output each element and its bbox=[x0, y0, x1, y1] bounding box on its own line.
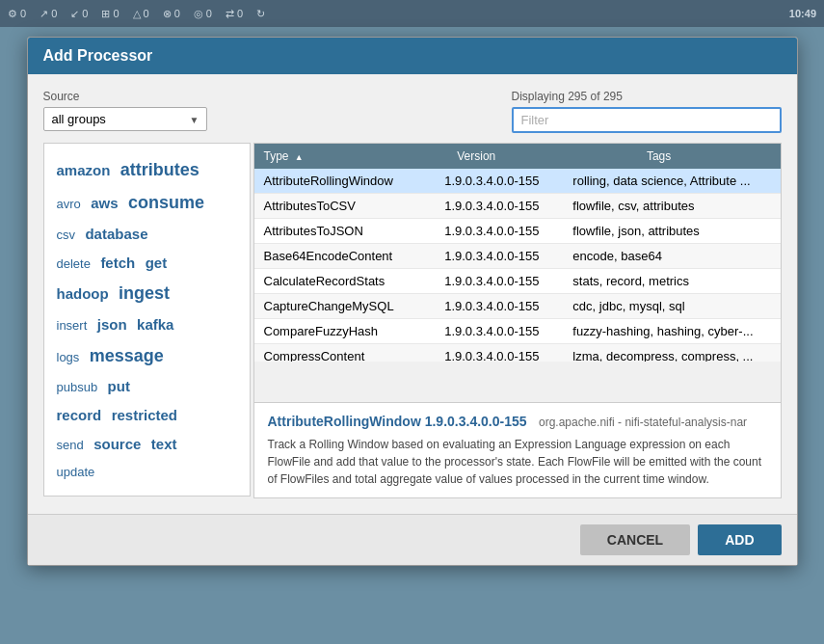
table-row[interactable]: AttributeRollingWindow1.9.0.3.4.0.0-155r… bbox=[254, 169, 781, 194]
cpu-icon: ⚙ bbox=[8, 8, 17, 20]
tag-get[interactable]: get bbox=[143, 249, 171, 277]
processor-version-cell: 1.9.0.3.4.0.0-155 bbox=[435, 344, 563, 362]
warning-icon: △ bbox=[133, 8, 141, 20]
tag-logs[interactable]: logs bbox=[54, 345, 83, 369]
tag-update[interactable]: update bbox=[54, 460, 98, 484]
selected-processor-name: AttributeRollingWindow 1.9.0.3.4.0.0-155 bbox=[268, 414, 527, 429]
tag-delete[interactable]: delete bbox=[54, 252, 93, 276]
tag-source[interactable]: source bbox=[91, 430, 144, 458]
type-column-header[interactable]: Type ▲ bbox=[254, 144, 448, 169]
dialog-body: Source all groups ▼ Displaying 295 of 29… bbox=[28, 74, 797, 514]
active-threads-icon: ◎ bbox=[194, 8, 203, 20]
processor-tags-cell: lzma, decompress, compress, ... bbox=[563, 344, 780, 362]
tag-amazon[interactable]: amazon bbox=[54, 156, 114, 184]
selected-processor-org: org.apache.nifi - nifi-stateful-analysis… bbox=[539, 416, 747, 429]
processor-type-cell: CaptureChangeMySQL bbox=[254, 294, 436, 319]
add-button[interactable]: ADD bbox=[698, 524, 781, 555]
processor-version-cell: 1.9.0.3.4.0.0-155 bbox=[435, 169, 563, 194]
processor-type-cell: AttributesToJSON bbox=[254, 219, 436, 244]
top-row: Source all groups ▼ Displaying 295 of 29… bbox=[43, 90, 782, 133]
table-row[interactable]: CompareFuzzyHash1.9.0.3.4.0.0-155fuzzy-h… bbox=[254, 319, 781, 344]
processor-type-cell: CompareFuzzyHash bbox=[254, 319, 436, 344]
left-panel: amazon attributes avro aws consume csv d… bbox=[43, 143, 253, 498]
tag-kafka[interactable]: kafka bbox=[134, 310, 176, 338]
proc-title-row: AttributeRollingWindow 1.9.0.3.4.0.0-155… bbox=[268, 413, 767, 430]
table-row[interactable]: CaptureChangeMySQL1.9.0.3.4.0.0-155cdc, … bbox=[254, 294, 781, 319]
right-panel: Type ▲ Version Tags AttributeRollingWin bbox=[253, 143, 782, 498]
processor-tags-cell: stats, record, metrics bbox=[563, 269, 780, 294]
tag-pubsub[interactable]: pubsub bbox=[54, 375, 101, 399]
tags-column-header: Tags bbox=[637, 144, 781, 169]
tag-put[interactable]: put bbox=[105, 372, 133, 400]
processor-table-container: Type ▲ Version Tags AttributeRollingWin bbox=[253, 143, 782, 403]
tag-insert[interactable]: insert bbox=[54, 313, 91, 337]
dialog-title: Add Processor bbox=[43, 47, 153, 64]
taskbar: ⚙ 0 ↗ 0 ↙ 0 ⊞ 0 △ 0 ⊗ 0 ◎ 0 ⇄ 0 bbox=[0, 0, 824, 27]
table-row[interactable]: CalculateRecordStats1.9.0.3.4.0.0-155sta… bbox=[254, 269, 781, 294]
processor-version-cell: 1.9.0.3.4.0.0-155 bbox=[435, 219, 563, 244]
processor-version-cell: 1.9.0.3.4.0.0-155 bbox=[435, 294, 563, 319]
table-row[interactable]: AttributesToJSON1.9.0.3.4.0.0-155flowfil… bbox=[254, 219, 781, 244]
cancel-button[interactable]: CANCEL bbox=[580, 524, 690, 555]
tag-record[interactable]: record bbox=[54, 401, 105, 429]
funnel-icon: ⊞ bbox=[101, 8, 110, 20]
tag-database[interactable]: database bbox=[82, 220, 150, 248]
input-port-icon: ↗ bbox=[40, 8, 48, 20]
dialog-overlay: Add Processor Source all groups ▼ Displa… bbox=[0, 27, 824, 644]
source-select[interactable]: all groups bbox=[43, 107, 207, 131]
processor-tags-cell: flowfile, csv, attributes bbox=[563, 194, 780, 219]
tag-consume[interactable]: consume bbox=[125, 186, 207, 219]
processor-version-cell: 1.9.0.3.4.0.0-155 bbox=[435, 269, 563, 294]
tag-ingest[interactable]: ingest bbox=[116, 277, 173, 309]
table-row[interactable]: CompressContent1.9.0.3.4.0.0-155lzma, de… bbox=[254, 344, 781, 362]
tag-text[interactable]: text bbox=[148, 430, 180, 458]
dialog-header: Add Processor bbox=[28, 38, 797, 74]
taskbar-item-4: ⊞ 0 bbox=[101, 8, 119, 20]
tag-attributes[interactable]: attributes bbox=[118, 153, 202, 186]
tag-send[interactable]: send bbox=[54, 433, 87, 457]
taskbar-item-8: ⇄ 0 bbox=[226, 8, 243, 20]
processor-tags-cell: flowfile, json, attributes bbox=[563, 219, 780, 244]
remote-icon: ⊗ bbox=[163, 8, 172, 20]
tag-restricted[interactable]: restricted bbox=[109, 401, 180, 429]
processor-type-cell: CompressContent bbox=[254, 344, 436, 362]
taskbar-item-6: ⊗ 0 bbox=[163, 8, 180, 20]
processor-tags-cell: fuzzy-hashing, hashing, cyber-... bbox=[563, 319, 780, 344]
source-section: Source all groups ▼ bbox=[43, 90, 207, 131]
source-label: Source bbox=[43, 90, 207, 103]
table-scroll[interactable]: AttributeRollingWindow1.9.0.3.4.0.0-155r… bbox=[254, 169, 781, 362]
processor-table-rows: AttributeRollingWindow1.9.0.3.4.0.0-155r… bbox=[254, 169, 781, 362]
refresh-icon[interactable]: ↻ bbox=[256, 8, 265, 20]
processor-table-body: AttributeRollingWindow1.9.0.3.4.0.0-155r… bbox=[254, 169, 781, 362]
filter-input[interactable] bbox=[512, 107, 782, 133]
right-section: Displaying 295 of 295 bbox=[512, 90, 782, 133]
tag-hadoop[interactable]: hadoop bbox=[54, 280, 112, 308]
processor-version-cell: 1.9.0.3.4.0.0-155 bbox=[435, 244, 563, 269]
processor-tags-cell: encode, base64 bbox=[563, 244, 780, 269]
tag-aws[interactable]: aws bbox=[88, 189, 120, 217]
table-row[interactable]: Base64EncodeContent1.9.0.3.4.0.0-155enco… bbox=[254, 244, 781, 269]
sort-asc-icon: ▲ bbox=[295, 152, 304, 162]
displaying-count: Displaying 295 of 295 bbox=[512, 90, 623, 103]
tag-fetch[interactable]: fetch bbox=[97, 249, 138, 277]
tag-json[interactable]: json bbox=[94, 310, 130, 338]
processor-version-cell: 1.9.0.3.4.0.0-155 bbox=[435, 319, 563, 344]
tag-avro[interactable]: avro bbox=[54, 192, 84, 216]
clock: 10:49 bbox=[789, 8, 816, 19]
tag-csv[interactable]: csv bbox=[54, 223, 79, 247]
processor-tags-cell: rolling, data science, Attribute ... bbox=[563, 169, 780, 194]
dialog-footer: CANCEL ADD bbox=[28, 514, 797, 565]
processor-type-cell: AttributeRollingWindow bbox=[254, 169, 436, 194]
tag-message[interactable]: message bbox=[87, 339, 167, 372]
processor-tags-cell: cdc, jdbc, mysql, sql bbox=[563, 294, 780, 319]
table-header: Type ▲ Version Tags bbox=[254, 144, 781, 169]
taskbar-icons: ⚙ 0 ↗ 0 ↙ 0 ⊞ 0 △ 0 ⊗ 0 ◎ 0 ⇄ 0 bbox=[8, 8, 265, 20]
selected-processor-description: Track a Rolling Window based on evaluati… bbox=[268, 436, 767, 488]
table-row[interactable]: AttributesToCSV1.9.0.3.4.0.0-155flowfile… bbox=[254, 194, 781, 219]
processor-table: Type ▲ Version Tags bbox=[254, 144, 781, 169]
processor-type-cell: CalculateRecordStats bbox=[254, 269, 436, 294]
taskbar-item-7: ◎ 0 bbox=[194, 8, 212, 20]
processor-type-cell: AttributesToCSV bbox=[254, 194, 436, 219]
taskbar-item-2: ↗ 0 bbox=[40, 8, 57, 20]
add-processor-dialog: Add Processor Source all groups ▼ Displa… bbox=[27, 37, 798, 566]
